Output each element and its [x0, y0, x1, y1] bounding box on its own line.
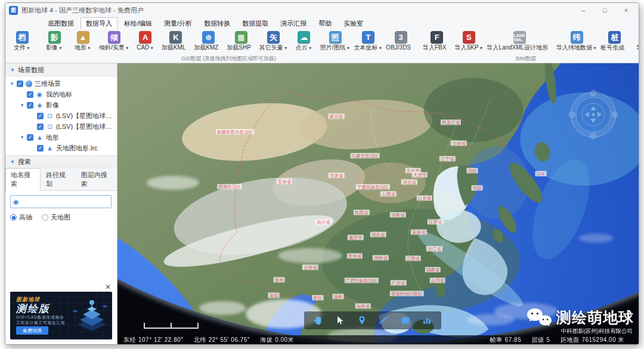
imagery-icon: ◈: [36, 101, 44, 109]
globe-canvas[interactable]: [117, 63, 639, 344]
close-button[interactable]: ×: [617, 4, 635, 16]
scene-panel-title: 场景数据: [18, 66, 44, 75]
ribbon-button[interactable]: ⊕ 加载KMZ▼: [192, 31, 225, 52]
terrain-icon: ▲: [46, 144, 54, 152]
file-button[interactable]: 档 文件▼: [8, 31, 36, 52]
other-vector-icon: 矢: [267, 31, 280, 44]
ribbon-button[interactable]: 挖 导入开挖边界▼: [634, 31, 639, 52]
radio-icon: [10, 214, 17, 221]
tree-item[interactable]: ▼ ✓ 三维场景: [5, 78, 117, 89]
ribbon-button[interactable]: F 导入FBX▼: [421, 31, 453, 52]
tree-item[interactable]: ▼ ✓ ⊡ (LSV)【星图地球】影像_by测绘...: [5, 121, 117, 132]
tree-item[interactable]: ▼ ✓ ▲ 天地图地形.lrc: [5, 143, 117, 153]
ribbon-button[interactable]: ▲ 地形▼: [69, 31, 97, 52]
maximize-button[interactable]: □: [596, 4, 614, 16]
ribbon-button[interactable]: T 文本坐标▼: [352, 31, 384, 52]
ribbon-button[interactable]: K 加载KML▼: [160, 31, 193, 52]
company-name: 中科图新(苏州)科技有限公司: [561, 328, 633, 335]
provider-radio[interactable]: 高德: [10, 213, 32, 222]
ad-banner[interactable]: 图新地球 测绘版 GIS+CAD数据无缝融合 工程设计施工可视化汇报 免费试用: [10, 292, 112, 339]
wechat-icon: [527, 307, 552, 328]
file-icon: 档: [16, 31, 29, 44]
draw-rectangle-icon[interactable]: [399, 314, 412, 327]
skp-icon: S: [463, 31, 475, 44]
collapse-triangle-icon: ▼: [10, 159, 15, 165]
expander-icon[interactable]: ▼: [20, 103, 24, 108]
ribbon-button[interactable]: 影 影像▼: [40, 31, 69, 52]
ad-edition: 测绘版: [16, 304, 66, 314]
scene-panel-header[interactable]: ▼ 场景数据: [5, 63, 117, 76]
map-status-bar: 东经107° 12' 22.80" 北纬22° 55' 06.75" 海拔0.0…: [117, 335, 639, 344]
scene-tree: ▼ ✓ 三维场景 ▼ ✓ ◉ 我的地标 ▼ ✓: [5, 76, 117, 155]
checkbox-checked-icon[interactable]: ✓: [27, 91, 33, 98]
search-tab[interactable]: 图层内搜索: [76, 168, 117, 190]
chevron-down-icon: ▼: [58, 46, 63, 50]
ribbon-button[interactable]: ☁ 点云▼: [290, 31, 318, 52]
menu-bar: 底图数据 数据导入 标绘/编辑 测量/分析 数据转换 数据提取 演示汇报 帮助 …: [5, 17, 639, 29]
ribbon-group: F 导入FBX▼ S 导入SKP▼ LAND XML 导入LandXML设计地形…: [421, 29, 631, 63]
menu-item[interactable]: 数据提取: [237, 17, 274, 30]
tree-item[interactable]: ▼ ✓ ⊡ (LSV)【星图地球】注记_by测绘...: [5, 110, 117, 121]
landxml-icon: LAND XML: [513, 31, 526, 44]
ribbon-button[interactable]: 3 OBJ/3DS▼: [384, 31, 417, 52]
terrain-icon: ▲: [36, 134, 44, 141]
tree-item[interactable]: ▼ ✓ ▲ 地形: [5, 132, 117, 143]
search-providers: 高德 天地图: [10, 213, 112, 222]
checkbox-checked-icon[interactable]: ✓: [37, 145, 44, 152]
fbx-icon: F: [431, 31, 443, 44]
search-input[interactable]: [21, 197, 109, 206]
watermark: 测绘萌地球: [527, 307, 634, 328]
search-tabs: 地名搜索 路径规划 图层内搜索: [5, 168, 117, 191]
menu-item[interactable]: 演示汇报: [275, 17, 312, 30]
ribbon-button[interactable]: ▦ 加载SHP▼: [225, 31, 258, 52]
search-tab[interactable]: 地名搜索: [5, 168, 41, 191]
analysis-chart-icon[interactable]: [420, 314, 434, 327]
ribbon-button[interactable]: 照 照片/图纸▼: [318, 31, 352, 52]
chevron-down-icon: ▼: [284, 46, 288, 50]
menu-item[interactable]: 帮助: [313, 17, 337, 30]
menu-item[interactable]: 标绘/编辑: [119, 17, 157, 30]
menu-item[interactable]: 底图数据: [42, 17, 79, 30]
ad-trial-button[interactable]: 免费试用: [16, 326, 48, 335]
pan-hand-icon[interactable]: [312, 314, 325, 327]
menu-item[interactable]: 数据转换: [199, 17, 236, 30]
provider-radio[interactable]: 天地图: [42, 213, 70, 222]
ribbon-button[interactable]: A CAD▼: [131, 31, 160, 52]
ribbon-button[interactable]: 纬 导入纬地数据▼: [555, 31, 599, 52]
tree-item[interactable]: ▼ ✓ ◉ 我的地标: [5, 89, 117, 100]
search-tab[interactable]: 路径规划: [41, 168, 76, 190]
placemark-icon[interactable]: [355, 314, 369, 327]
ad-illustration: [70, 297, 110, 335]
ribbon-button[interactable]: LAND XML 导入LandXML设计地形▼: [485, 31, 555, 52]
tree-item[interactable]: ▼ ✓ ◈ 影像: [5, 100, 117, 110]
chevron-down-icon: ▼: [125, 46, 129, 50]
search-panel-header[interactable]: ▼ 搜索: [5, 155, 117, 168]
expander-icon[interactable]: ▼: [10, 81, 14, 87]
kml-icon: K: [169, 31, 182, 44]
titlebar: 图 图新地球 4 - 国产三维数字地球 - 免费用户 – □ ×: [5, 3, 639, 17]
ribbon-button[interactable]: 倾 倾斜/实景▼: [97, 31, 131, 52]
oblique-model-icon: 倾: [108, 31, 120, 44]
menu-item[interactable]: 数据导入: [80, 17, 117, 30]
ad-line2: 工程设计施工可视化汇报: [16, 320, 66, 325]
ad-close-icon[interactable]: ✕: [10, 283, 112, 292]
menu-item[interactable]: 测量/分析: [159, 17, 197, 30]
checkbox-checked-icon[interactable]: ✓: [37, 123, 44, 130]
checkbox-checked-icon[interactable]: ✓: [17, 81, 23, 87]
ribbon-button[interactable]: S 导入SKP▼: [453, 31, 485, 52]
placemark-icon: ◉: [36, 91, 44, 98]
checkbox-checked-icon[interactable]: ✓: [37, 113, 44, 119]
draw-line-icon[interactable]: [377, 314, 390, 327]
globe-icon: [26, 81, 32, 87]
compass-navigation-control[interactable]: [568, 89, 618, 140]
window-title: 图新地球 4 - 国产三维数字地球 - 免费用户: [21, 6, 571, 15]
select-cursor-icon[interactable]: [334, 314, 347, 327]
minimize-button[interactable]: –: [574, 4, 592, 16]
expander-icon[interactable]: ▼: [20, 135, 24, 140]
map-toolbar: [304, 311, 441, 329]
ribbon-button[interactable]: 矢 其它矢量▼: [258, 31, 290, 52]
menu-item[interactable]: 实验室: [338, 17, 369, 30]
ribbon-button[interactable]: 桩 桩号生成▼: [599, 31, 631, 52]
checkbox-checked-icon[interactable]: ✓: [27, 102, 33, 109]
checkbox-checked-icon[interactable]: ✓: [27, 134, 33, 141]
